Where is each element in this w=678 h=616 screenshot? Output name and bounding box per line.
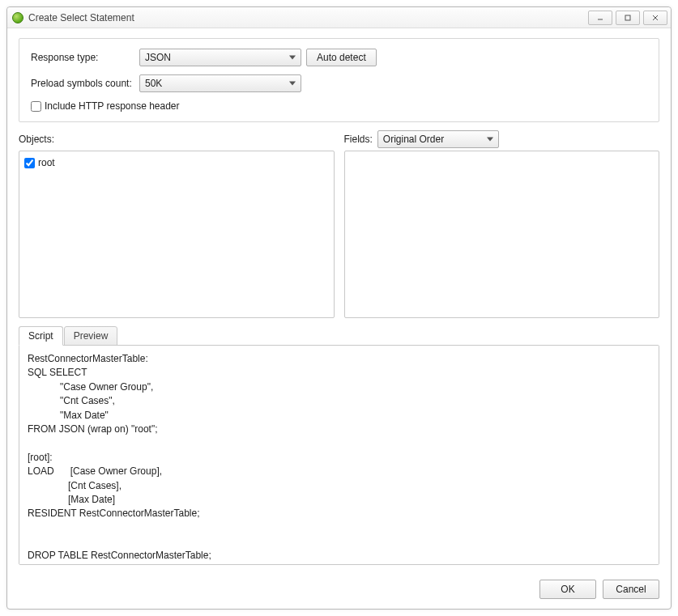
minimize-icon [596,14,604,22]
titlebar: Create Select Statement [7,7,671,28]
response-type-value: JSON [145,52,171,63]
fields-order-value: Original Order [383,134,444,145]
tab-preview-label: Preview [74,330,109,342]
minimize-button[interactable] [588,11,612,25]
response-type-row: Response type: JSON Auto detect [31,49,647,66]
include-header-row: Include HTTP response header [31,100,647,112]
response-type-label: Response type: [31,52,139,63]
chevron-down-icon [487,138,493,142]
include-header-checkbox[interactable] [31,101,41,112]
auto-detect-label: Auto detect [317,52,366,63]
include-header-label[interactable]: Include HTTP response header [45,100,180,112]
chevron-down-icon [289,82,296,86]
response-type-select[interactable]: JSON [139,49,301,66]
window-controls [588,11,667,25]
preload-row: Preload symbols count: 50K [31,74,647,92]
objects-listbox[interactable]: root [19,151,335,318]
fields-order-select[interactable]: Original Order [377,130,499,148]
objects-fields-row: Objects: root Fields: Original Order [19,130,659,318]
preload-value: 50K [145,78,162,89]
maximize-icon [624,14,632,22]
dialog-content: Response type: JSON Auto detect Preload … [7,28,671,573]
objects-column: Objects: root [19,130,335,318]
fields-listbox[interactable] [344,151,660,318]
chevron-down-icon [289,56,296,60]
dialog-window: Create Select Statement Response type: J… [6,6,672,610]
window-title: Create Select Statement [28,12,588,23]
ok-label: OK [561,584,574,595]
objects-label: Objects: [19,134,54,145]
app-icon [12,12,23,23]
objects-item-checkbox[interactable] [24,158,35,168]
objects-item-label: root [38,157,55,168]
objects-header: Objects: [19,130,335,148]
cancel-label: Cancel [616,584,646,595]
fields-header: Fields: Original Order [344,130,660,148]
maximize-button[interactable] [616,11,640,25]
script-panel: Script Preview RestConnectorMasterTable:… [19,326,659,565]
close-icon [651,14,659,22]
ok-button[interactable]: OK [539,580,596,599]
script-textarea[interactable]: RestConnectorMasterTable: SQL SELECT "Ca… [19,345,659,565]
tab-script-label: Script [28,330,53,342]
dialog-footer: OK Cancel [7,573,671,609]
preload-select[interactable]: 50K [139,74,301,92]
tab-script[interactable]: Script [19,326,63,346]
close-button[interactable] [643,11,667,25]
auto-detect-button[interactable]: Auto detect [306,49,377,66]
svg-rect-1 [625,15,630,20]
config-panel: Response type: JSON Auto detect Preload … [19,38,659,122]
cancel-button[interactable]: Cancel [603,580,659,599]
fields-column: Fields: Original Order [344,130,660,318]
preload-label: Preload symbols count: [31,78,139,89]
tab-strip: Script Preview [19,326,659,346]
tab-preview[interactable]: Preview [64,326,118,346]
fields-label: Fields: [344,134,373,145]
objects-tree-item[interactable]: root [24,156,329,169]
